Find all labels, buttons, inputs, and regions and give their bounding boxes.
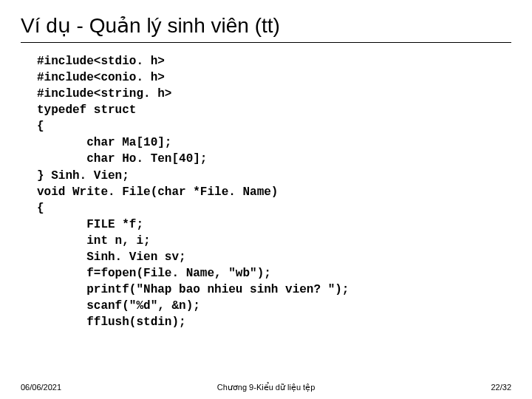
footer: 06/06/2021 Chương 9-Kiểu dữ liệu tệp 22/… — [0, 383, 532, 392]
footer-date: 06/06/2021 — [21, 383, 61, 392]
slide-title: Ví dụ - Quản lý sinh viên (tt) — [21, 13, 511, 43]
footer-chapter: Chương 9-Kiểu dữ liệu tệp — [217, 383, 316, 392]
code-block: #include<stdio. h> #include<conio. h> #i… — [21, 53, 511, 330]
footer-page: 22/32 — [491, 383, 511, 392]
slide: Ví dụ - Quản lý sinh viên (tt) #include<… — [0, 0, 532, 399]
